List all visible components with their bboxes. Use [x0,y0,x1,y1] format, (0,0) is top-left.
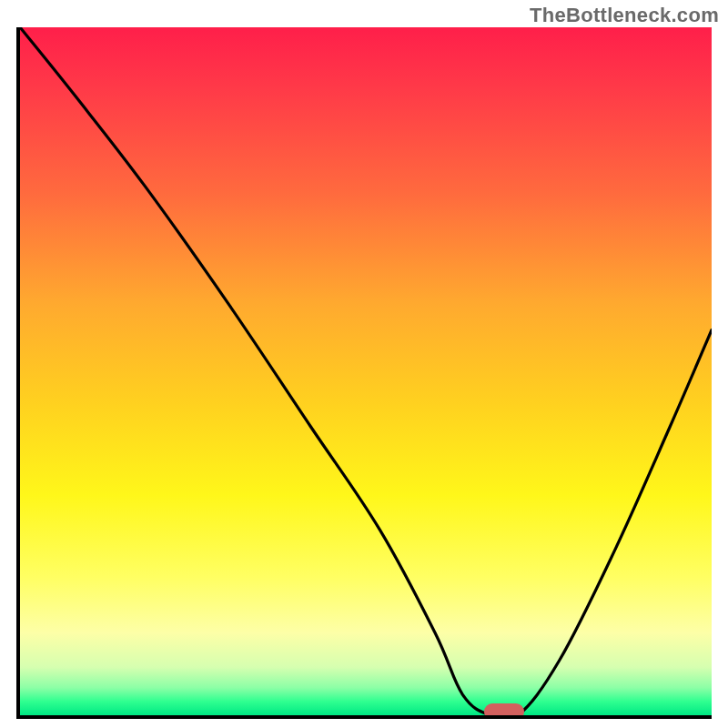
curve-path [20,27,712,715]
watermark-text: TheBottleneck.com [530,4,719,27]
bottleneck-curve [20,27,712,715]
chart-container: TheBottleneck.com [0,0,728,728]
plot-area [16,27,712,719]
optimal-marker [484,703,524,719]
